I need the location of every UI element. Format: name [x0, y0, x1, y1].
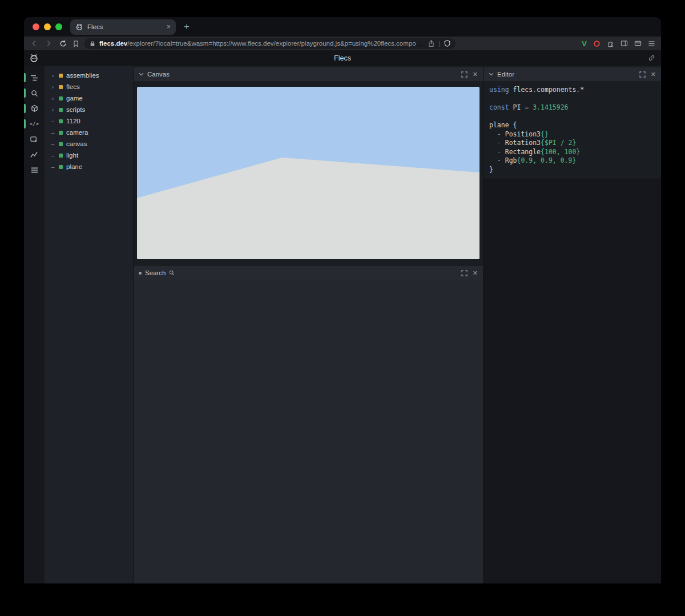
- entity-color-square: [59, 142, 63, 146]
- extension-icons: V: [582, 39, 655, 48]
- url-path: /explorer/?local=true&wasm=https://www.f…: [127, 40, 424, 47]
- main-area: </> ›assemblies›flecs›game›scripts–1120–…: [24, 66, 661, 583]
- canvas-panel-header: Canvas ✕: [134, 67, 483, 81]
- entities-cube-icon[interactable]: [24, 104, 45, 113]
- back-icon[interactable]: [30, 39, 39, 47]
- chevron-down-icon[interactable]: [139, 73, 144, 76]
- script-code-icon[interactable]: </>: [24, 119, 45, 128]
- leaf-dash: –: [50, 118, 55, 124]
- entity-color-square: [59, 85, 63, 89]
- tree-item-label: light: [66, 152, 78, 159]
- link-icon[interactable]: [648, 54, 655, 62]
- tree-item-camera[interactable]: –camera: [45, 127, 133, 138]
- tab-title: Flecs: [87, 23, 163, 30]
- entity-color-square: [59, 96, 63, 100]
- close-icon[interactable]: ✕: [651, 71, 656, 78]
- bookmark-icon[interactable]: [72, 40, 79, 47]
- url-divider: |: [438, 40, 440, 47]
- entity-color-square: [59, 154, 63, 158]
- entity-color-square: [59, 165, 63, 169]
- code-line: - Position3{}: [489, 130, 655, 139]
- tab-flecs[interactable]: Flecs ×: [70, 19, 176, 35]
- close-window-button[interactable]: [33, 23, 39, 30]
- leaf-dash: –: [50, 141, 55, 147]
- menu-icon[interactable]: [648, 41, 655, 47]
- code-line: - Rgb{0.9, 0.9, 0.9}: [489, 156, 655, 166]
- editor-panel-header: Editor ✕: [483, 67, 661, 81]
- v-extension-icon[interactable]: V: [582, 39, 587, 48]
- inspect-icon[interactable]: [24, 135, 45, 144]
- code-line: [489, 112, 655, 122]
- expand-icon[interactable]: [461, 71, 468, 78]
- canvas-panel-title: Canvas: [147, 71, 170, 78]
- panel-dot-icon[interactable]: [139, 272, 142, 275]
- expand-arrow-icon[interactable]: ›: [50, 73, 55, 79]
- close-icon[interactable]: ✕: [473, 269, 478, 277]
- tree-item-game[interactable]: ›game: [45, 92, 133, 104]
- code-line: [489, 95, 655, 104]
- expand-arrow-icon[interactable]: ›: [50, 84, 55, 90]
- logs-list-icon[interactable]: [24, 166, 45, 175]
- expand-icon[interactable]: [639, 71, 646, 78]
- brave-shield-icon[interactable]: [444, 40, 450, 47]
- close-icon[interactable]: ✕: [473, 71, 478, 78]
- address-bar[interactable]: flecs.dev/explorer/?local=true&wasm=http…: [84, 38, 456, 49]
- expand-arrow-icon[interactable]: ›: [50, 107, 55, 113]
- left-icon-strip: </>: [24, 66, 45, 583]
- editor-panel-title: Editor: [497, 71, 514, 78]
- tree-item-label: canvas: [66, 140, 87, 147]
- canvas-3d-scene[interactable]: [137, 87, 480, 259]
- new-tab-button[interactable]: +: [184, 21, 190, 33]
- url-domain: flecs.dev: [99, 40, 127, 47]
- tree-item-label: flecs: [66, 83, 80, 90]
- tree-item-label: camera: [66, 129, 88, 136]
- tree-view-icon[interactable]: [24, 73, 45, 82]
- tree-item-1120[interactable]: –1120: [45, 115, 133, 127]
- zoom-window-button[interactable]: [55, 23, 62, 30]
- code-line: plane {: [489, 121, 655, 130]
- tree-item-light[interactable]: –light: [45, 150, 133, 161]
- minimize-window-button[interactable]: [44, 23, 51, 30]
- code-line: }: [489, 166, 655, 175]
- code-line: using flecs.components.*: [489, 86, 655, 95]
- tab-close-icon[interactable]: ×: [167, 23, 171, 31]
- entity-color-square: [59, 131, 63, 135]
- leaf-dash: –: [50, 130, 55, 136]
- tree-item-assemblies[interactable]: ›assemblies: [45, 70, 133, 81]
- chevron-down-icon[interactable]: [489, 73, 494, 76]
- browser-window: Flecs × + flecs.dev/explorer/?local=true…: [24, 17, 661, 583]
- reload-icon[interactable]: [58, 39, 67, 47]
- code-line: - Rectangle{100, 100}: [489, 148, 655, 157]
- red-extension-icon[interactable]: [593, 40, 601, 47]
- stats-chart-icon[interactable]: [24, 150, 45, 159]
- tree-item-label: assemblies: [66, 72, 99, 79]
- tree-item-label: plane: [66, 163, 82, 170]
- expand-arrow-icon[interactable]: ›: [50, 95, 55, 102]
- leaf-dash: –: [50, 152, 55, 159]
- editor-column: Editor ✕ using flecs.components.* const …: [483, 66, 661, 583]
- expand-icon[interactable]: [461, 270, 468, 276]
- tab-bar: Flecs × +: [24, 17, 661, 37]
- share-icon[interactable]: [428, 40, 434, 47]
- tree-item-canvas[interactable]: –canvas: [45, 138, 133, 150]
- extensions-puzzle-icon[interactable]: [607, 40, 614, 47]
- forward-icon[interactable]: [44, 39, 53, 47]
- entity-color-square: [59, 74, 63, 78]
- search-panel-header: Search ✕: [134, 266, 483, 280]
- entity-color-square: [59, 119, 63, 123]
- tree-item-flecs[interactable]: ›flecs: [45, 81, 133, 92]
- tree-item-label: scripts: [66, 106, 85, 113]
- sidebar-toggle-icon[interactable]: [620, 40, 628, 47]
- center-empty-area: [134, 280, 483, 583]
- traffic-lights: [33, 23, 62, 30]
- editor-code[interactable]: using flecs.components.* const PI = 3.14…: [483, 81, 661, 179]
- tree-item-scripts[interactable]: ›scripts: [45, 104, 133, 115]
- browser-toolbar: flecs.dev/explorer/?local=true&wasm=http…: [24, 37, 661, 50]
- search-magnifier-icon[interactable]: [169, 270, 175, 276]
- wallet-icon[interactable]: [634, 40, 642, 47]
- search-panel-title: Search: [145, 269, 166, 276]
- flecs-favicon: [75, 23, 83, 31]
- tree-item-plane[interactable]: –plane: [45, 161, 133, 172]
- page-title: Flecs: [24, 54, 661, 62]
- query-search-icon[interactable]: [24, 88, 45, 98]
